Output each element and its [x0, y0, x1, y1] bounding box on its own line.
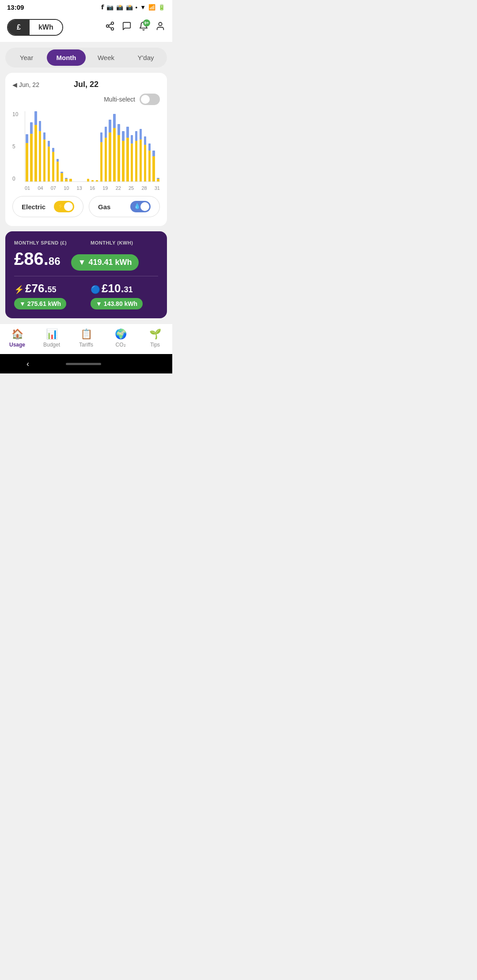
bar-group-16[interactable]: [95, 111, 99, 181]
bar-group-19[interactable]: [108, 111, 112, 181]
electric-toggle-button[interactable]: Electric ⚡: [12, 196, 83, 217]
notifications-button[interactable]: 9+: [139, 21, 148, 34]
svg-line-4: [109, 24, 111, 26]
x-label-04: 04: [38, 185, 43, 191]
chart-nav: ◀ Jun, 22 Jul, 22: [12, 80, 160, 89]
gas-toggle-button[interactable]: Gas 💧: [89, 196, 160, 217]
tab-yday[interactable]: Y'day: [126, 49, 165, 66]
bar-group-25[interactable]: [135, 111, 138, 181]
bar-group-8[interactable]: [60, 111, 64, 181]
nav-budget[interactable]: 📊 Budget: [34, 328, 69, 348]
photos-icon: 📷: [106, 4, 114, 11]
bar-group-4[interactable]: [43, 111, 46, 181]
bar-group-10[interactable]: [69, 111, 72, 181]
svg-point-5: [159, 23, 162, 26]
home-icon: 🏠: [11, 328, 23, 340]
bar-group-28[interactable]: [148, 111, 151, 181]
bar-group-27[interactable]: [143, 111, 147, 181]
co2-icon: 🌍: [115, 328, 127, 340]
gas-spend-value: 🔵 £10.31: [91, 282, 158, 295]
chart-current-period: Jul, 22: [74, 80, 98, 89]
bottom-nav: 🏠 Usage 📊 Budget 📋 Tariffs 🌍 CO₂ 🌱 Tips: [0, 324, 172, 354]
y-label-0: 0: [12, 176, 18, 182]
multi-select-label: Multi-select: [104, 96, 135, 103]
android-home-pill[interactable]: [66, 363, 101, 365]
electric-label: Electric: [22, 203, 45, 211]
bar-group-14[interactable]: [87, 111, 90, 181]
profile-button[interactable]: [155, 21, 165, 34]
bar-group-2[interactable]: [34, 111, 38, 181]
chart-legend: Electric ⚡ Gas 💧: [12, 196, 160, 217]
electric-icon: ⚡: [14, 285, 24, 294]
down-arrow-icon: ▼: [78, 258, 86, 267]
nav-co2-label: CO₂: [116, 342, 126, 348]
bar-group-20[interactable]: [113, 111, 116, 181]
main-content: Year Month Week Y'day ◀ Jun, 22 Jul, 22 …: [0, 42, 172, 324]
bar-group-13[interactable]: [82, 111, 86, 181]
dot-icon: •: [136, 4, 138, 11]
pound-unit-button[interactable]: £: [8, 20, 30, 35]
bar-group-11[interactable]: [73, 111, 77, 181]
gas-icon: 🔵: [91, 285, 100, 294]
bar-group-3[interactable]: [38, 111, 42, 181]
bar-group-26[interactable]: [139, 111, 143, 181]
bar-group-22[interactable]: [121, 111, 125, 181]
budget-icon: 📊: [46, 328, 58, 340]
tariffs-icon: 📋: [80, 328, 92, 340]
multi-select-toggle[interactable]: [140, 94, 160, 105]
kwh-unit-button[interactable]: kWh: [30, 20, 62, 35]
x-label-28: 28: [141, 185, 147, 191]
bar-group-23[interactable]: [126, 111, 129, 181]
bar-group-15[interactable]: [91, 111, 95, 181]
share-button[interactable]: [105, 21, 115, 34]
wifi-icon: ▼: [140, 4, 146, 11]
bar-group-29[interactable]: [152, 111, 155, 181]
bar-group-24[interactable]: [130, 111, 134, 181]
instagram-icon: 📸: [116, 4, 123, 11]
chart-prev-button[interactable]: ◀ Jun, 22: [12, 81, 39, 88]
instagram2-icon: 📸: [126, 4, 133, 11]
gas-stats: 🔵 £10.31 ▼ 143.80 kWh: [91, 282, 158, 309]
monthly-kwh-label: MONTHLY (KWH): [91, 240, 158, 245]
tab-week[interactable]: Week: [87, 49, 125, 66]
nav-tips[interactable]: 🌱 Tips: [138, 328, 172, 348]
bar-group-5[interactable]: [47, 111, 51, 181]
stats-sub-row: ⚡ £76.55 ▼ 275.61 kWh 🔵 £10.31 ▼ 143.80 …: [14, 282, 158, 309]
status-icons: 𝕗 📷 📸 📸 • ▼ 📶 🔋: [101, 4, 165, 11]
tab-year[interactable]: Year: [7, 49, 46, 66]
bar-group-7[interactable]: [56, 111, 59, 181]
nav-co2[interactable]: 🌍 CO₂: [103, 328, 138, 348]
tab-month[interactable]: Month: [47, 49, 86, 66]
y-axis-labels: 10 5 0: [12, 111, 18, 191]
unit-toggle[interactable]: £ kWh: [7, 19, 63, 36]
top-bar: £ kWh 9+: [0, 15, 172, 42]
prev-period-label: Jun, 22: [19, 81, 39, 88]
total-spend-value: £86.86: [14, 249, 61, 269]
status-bar: 13:09 𝕗 📷 📸 📸 • ▼ 📶 🔋: [0, 0, 172, 15]
bar-group-21[interactable]: [117, 111, 121, 181]
x-label-10: 10: [64, 185, 69, 191]
monthly-spend-label: MONTHLY SPEND (£): [14, 240, 82, 245]
bar-group-0[interactable]: [25, 111, 29, 181]
bar-group-1[interactable]: [30, 111, 33, 181]
bar-group-18[interactable]: [104, 111, 107, 181]
gas-knob: [140, 202, 149, 211]
bar-group-17[interactable]: [99, 111, 103, 181]
nav-tariffs[interactable]: 📋 Tariffs: [69, 328, 103, 348]
notification-badge: 9+: [143, 19, 150, 26]
bar-chart: 10 5 0: [12, 111, 160, 191]
message-button[interactable]: [122, 21, 132, 34]
x-label-01: 01: [25, 185, 30, 191]
total-kwh-badge: ▼ 419.41 kWh: [71, 254, 139, 271]
bar-group-6[interactable]: [51, 111, 55, 181]
chart-card: ◀ Jun, 22 Jul, 22 Multi-select 10 5 0: [5, 73, 167, 226]
bar-group-12[interactable]: [78, 111, 81, 181]
y-label-10: 10: [12, 111, 18, 117]
y-label-5: 5: [12, 143, 18, 150]
nav-usage[interactable]: 🏠 Usage: [0, 328, 34, 348]
bar-group-9[interactable]: [64, 111, 68, 181]
nav-tariffs-label: Tariffs: [79, 342, 93, 348]
stats-labels-row: MONTHLY SPEND (£) MONTHLY (KWH): [14, 240, 158, 245]
android-back-button[interactable]: ‹: [26, 359, 29, 369]
bar-group-30[interactable]: [156, 111, 160, 181]
